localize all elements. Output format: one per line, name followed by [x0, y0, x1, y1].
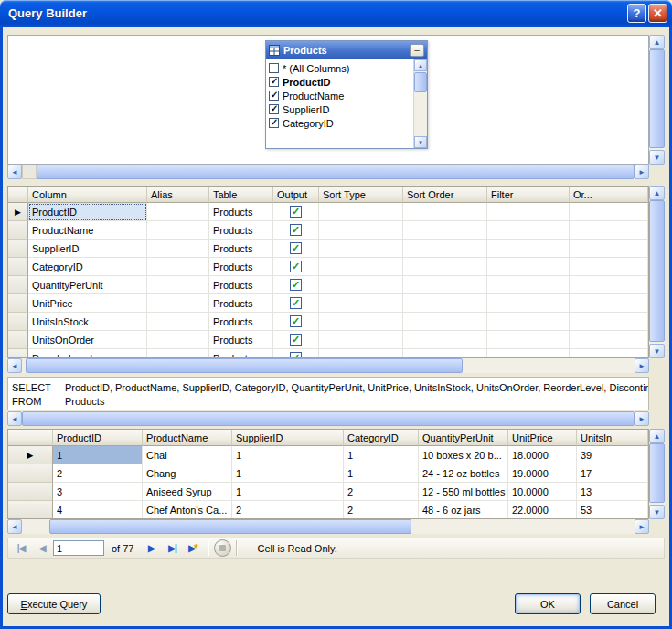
result-cell[interactable]: 24 - 12 oz bottles [419, 464, 508, 483]
scroll-down-icon[interactable]: ▼ [414, 136, 427, 148]
cell-table[interactable]: Products [209, 240, 273, 258]
header-unitsinstock[interactable]: UnitsIn [577, 430, 648, 446]
cell-or[interactable] [570, 331, 648, 349]
cell-column[interactable]: CategoryID [28, 258, 147, 276]
cell-sort-type[interactable] [319, 331, 403, 349]
cell-filter[interactable] [487, 313, 570, 331]
cell-sort-type[interactable] [319, 221, 403, 240]
results-horizontal-scrollbar[interactable]: ◄ ► [7, 519, 649, 534]
field-checkbox[interactable] [269, 77, 279, 87]
scroll-up-icon[interactable]: ▲ [414, 59, 427, 71]
cell-filter[interactable] [487, 294, 570, 313]
cancel-button[interactable]: Cancel [590, 593, 656, 614]
header-supplierid[interactable]: SupplierID [232, 430, 344, 446]
cell-column[interactable]: UnitPrice [28, 294, 147, 313]
result-cell[interactable]: 1 [232, 483, 344, 501]
cell-column[interactable]: ProductID [28, 203, 147, 221]
result-cell[interactable]: 22.0000 [508, 501, 577, 519]
add-new-row-button[interactable]: ▶* [183, 539, 203, 557]
cell-table[interactable]: Products [209, 349, 273, 358]
scroll-thumb[interactable] [49, 519, 411, 534]
move-next-button[interactable]: ▶ [141, 539, 161, 557]
result-cell[interactable]: Chang [143, 464, 232, 483]
cell-alias[interactable] [147, 203, 209, 221]
cell-or[interactable] [570, 240, 648, 258]
cell-alias[interactable] [147, 349, 209, 358]
corner-header[interactable] [8, 430, 53, 446]
output-checkbox[interactable] [290, 242, 302, 254]
diagram-canvas[interactable]: Products – * (All Columns) ProductID [7, 35, 649, 165]
cell-filter[interactable] [487, 349, 570, 358]
cell-alias[interactable] [147, 240, 209, 258]
field-item[interactable]: SupplierID [266, 102, 413, 116]
result-cell[interactable]: 1 [232, 446, 344, 464]
result-cell[interactable]: 2 [232, 501, 344, 519]
field-list-scrollbar[interactable]: ▲ ▼ [413, 59, 427, 148]
execute-query-button[interactable]: Execute Query [7, 593, 101, 614]
pane-splitter-handle[interactable] [22, 165, 37, 179]
cell-alias[interactable] [147, 258, 209, 276]
scroll-thumb[interactable] [414, 72, 427, 92]
scroll-thumb[interactable] [22, 411, 635, 426]
result-cell[interactable]: 1 [344, 446, 419, 464]
result-cell[interactable]: 4 [53, 501, 143, 519]
row-selector[interactable] [8, 221, 28, 240]
row-selector[interactable] [8, 501, 53, 519]
cell-sort-type[interactable] [319, 276, 403, 294]
cell-or[interactable] [570, 258, 648, 276]
cell-column[interactable]: SupplierID [28, 240, 147, 258]
row-selector[interactable] [8, 294, 28, 313]
cell-sort-order[interactable] [403, 203, 487, 221]
scroll-right-icon[interactable]: ► [635, 519, 649, 534]
cell-table[interactable]: Products [209, 276, 273, 294]
cell-sort-order[interactable] [403, 331, 487, 349]
record-position-input[interactable] [53, 540, 104, 556]
cell-sort-order[interactable] [403, 349, 487, 358]
field-checkbox[interactable] [269, 63, 279, 73]
cell-column[interactable]: UnitsOnOrder [28, 331, 147, 349]
scroll-up-icon[interactable]: ▲ [649, 186, 665, 200]
close-button[interactable]: ✕ [648, 4, 667, 23]
cell-filter[interactable] [487, 240, 570, 258]
result-cell[interactable]: 19.0000 [508, 464, 577, 483]
cell-sort-type[interactable] [319, 258, 403, 276]
products-table-titlebar[interactable]: Products – [266, 41, 427, 59]
cell-alias[interactable] [147, 294, 209, 313]
scroll-thumb[interactable] [649, 443, 665, 503]
header-sort-type[interactable]: Sort Type [319, 187, 403, 203]
row-selector[interactable] [8, 240, 28, 258]
scroll-right-icon[interactable]: ► [635, 358, 649, 373]
header-productname[interactable]: ProductName [143, 430, 232, 446]
cell-table[interactable]: Products [209, 313, 273, 331]
output-checkbox[interactable] [290, 315, 302, 327]
move-first-button[interactable]: |◀ [11, 539, 31, 557]
diagram-vertical-scrollbar[interactable]: ▲ ▼ [649, 35, 665, 165]
cell-table[interactable]: Products [209, 258, 273, 276]
cell-sort-order[interactable] [403, 221, 487, 240]
row-selector[interactable] [8, 313, 28, 331]
result-cell[interactable]: 39 [577, 446, 648, 464]
field-checkbox[interactable] [269, 91, 279, 101]
scroll-down-icon[interactable]: ▼ [649, 344, 665, 358]
cell-sort-type[interactable] [319, 349, 403, 358]
cell-sort-type[interactable] [319, 240, 403, 258]
header-productid[interactable]: ProductID [53, 430, 143, 446]
field-item[interactable]: CategoryID [266, 116, 413, 130]
scroll-down-icon[interactable]: ▼ [649, 150, 665, 165]
cancel-query-button[interactable] [214, 539, 231, 557]
header-table[interactable]: Table [209, 187, 273, 203]
cell-alias[interactable] [147, 331, 209, 349]
result-cell[interactable]: 53 [577, 501, 648, 519]
output-checkbox[interactable] [290, 352, 302, 358]
cell-sort-order[interactable] [403, 276, 487, 294]
corner-header[interactable] [8, 187, 28, 203]
row-selector[interactable] [8, 349, 28, 358]
criteria-horizontal-scrollbar[interactable]: ◄ ► [7, 358, 649, 373]
cell-alias[interactable] [147, 276, 209, 294]
result-cell[interactable]: 1 [53, 446, 143, 464]
ok-button[interactable]: OK [515, 593, 581, 614]
sql-horizontal-scrollbar[interactable]: ◄ ► [7, 411, 649, 426]
cell-or[interactable] [570, 276, 648, 294]
cell-sort-type[interactable] [319, 313, 403, 331]
output-checkbox[interactable] [290, 206, 302, 218]
